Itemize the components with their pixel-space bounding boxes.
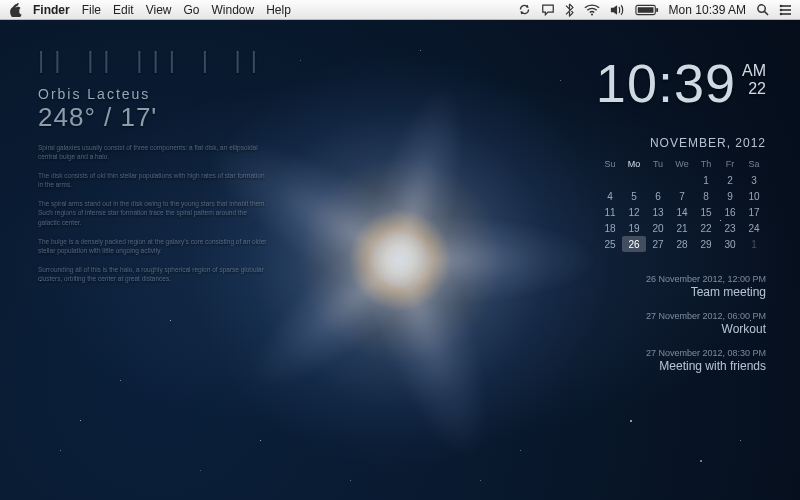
menu-go[interactable]: Go [184,3,200,17]
sync-icon[interactable] [518,3,531,16]
svg-point-11 [780,12,783,15]
calendar-day: 16 [718,204,742,220]
calendar-weekday: Tu [646,156,670,172]
calendar-day: 9 [718,188,742,204]
calendar-grid: SuMoTuWeThFrSa 1234567891011121314151617… [598,156,766,252]
calendar-day: 17 [742,204,766,220]
info-coordinates: 248° / 17' [38,102,268,133]
svg-line-5 [764,11,768,15]
wallpaper-galaxy [220,80,580,440]
calendar-day [670,172,694,188]
calendar-day: 21 [670,220,694,236]
info-paragraph: The disk consists of old thin stellar po… [38,171,268,189]
calendar-weekday: Mo [622,156,646,172]
svg-rect-2 [637,7,653,13]
calendar-widget: NOVEMBER, 2012 SuMoTuWeThFrSa 1234567891… [536,136,766,252]
calendar-day: 12 [622,204,646,220]
calendar-day: 22 [694,220,718,236]
calendar-day: 27 [646,236,670,252]
calendar-day: 25 [598,236,622,252]
calendar-weekday: We [670,156,694,172]
info-widget: || || ||| | || Orbis Lacteus 248° / 17' … [38,46,268,283]
calendar-day: 29 [694,236,718,252]
app-name[interactable]: Finder [33,3,70,17]
event-title: Workout [536,322,766,336]
calendar-day: 18 [598,220,622,236]
spotlight-icon[interactable] [756,3,769,16]
calendar-day: 23 [718,220,742,236]
calendar-weekday: Th [694,156,718,172]
calendar-day: 1 [694,172,718,188]
event-title: Meeting with friends [536,359,766,373]
chat-icon[interactable] [541,3,555,16]
calendar-day: 24 [742,220,766,236]
volume-icon[interactable] [610,4,625,16]
menubar: Finder FileEditViewGoWindowHelp Mon 10:3… [0,0,800,20]
calendar-day: 11 [598,204,622,220]
calendar-weekday: Fr [718,156,742,172]
notification-center-icon[interactable] [779,4,792,16]
event-when: 27 November 2012, 06:00 PM [536,311,766,321]
event-item: 27 November 2012, 06:00 PMWorkout [536,311,766,336]
event-item: 26 November 2012, 12:00 PMTeam meeting [536,274,766,299]
event-item: 27 November 2012, 08:30 PMMeeting with f… [536,348,766,373]
calendar-day [622,172,646,188]
calendar-day: 14 [670,204,694,220]
menu-file[interactable]: File [82,3,101,17]
calendar-day: 30 [718,236,742,252]
calendar-day [598,172,622,188]
info-glyph-row: || || ||| | || [38,46,268,76]
svg-point-10 [780,8,783,11]
clock-seconds: 22 [742,80,766,98]
calendar-day: 1 [742,236,766,252]
wifi-icon[interactable] [584,4,600,16]
battery-icon[interactable] [635,4,659,16]
calendar-day: 8 [694,188,718,204]
calendar-day: 6 [646,188,670,204]
info-paragraph: The spiral arms stand out in the disk ow… [38,199,268,226]
svg-point-9 [780,4,783,7]
menubar-clock[interactable]: Mon 10:39 AM [669,3,746,17]
calendar-weekday: Sa [742,156,766,172]
menu-view[interactable]: View [146,3,172,17]
calendar-day: 20 [646,220,670,236]
calendar-day: 13 [646,204,670,220]
calendar-month: NOVEMBER, 2012 [536,136,766,150]
info-title: Orbis Lacteus [38,86,268,102]
calendar-day: 10 [742,188,766,204]
info-paragraph: The bulge is a densely packed region at … [38,237,268,255]
calendar-day: 26 [622,236,646,252]
event-when: 26 November 2012, 12:00 PM [536,274,766,284]
events-widget: 26 November 2012, 12:00 PMTeam meeting27… [536,274,766,373]
svg-point-0 [591,13,593,15]
menu-window[interactable]: Window [212,3,255,17]
event-when: 27 November 2012, 08:30 PM [536,348,766,358]
calendar-day: 28 [670,236,694,252]
clock-ampm: AM [742,62,766,80]
calendar-day: 3 [742,172,766,188]
menu-help[interactable]: Help [266,3,291,17]
calendar-day: 4 [598,188,622,204]
calendar-day: 19 [622,220,646,236]
info-paragraph: Surrounding all of this is the halo, a r… [38,265,268,283]
calendar-weekday: Su [598,156,622,172]
clock-time: 10:39 [596,56,736,110]
apple-menu[interactable] [10,3,23,17]
info-paragraph: Spiral galaxies usually consist of three… [38,143,268,161]
calendar-day: 15 [694,204,718,220]
clock-widget: 10:39 AM 22 [536,56,766,110]
calendar-day [646,172,670,188]
event-title: Team meeting [536,285,766,299]
svg-rect-3 [656,8,658,12]
desktop[interactable]: || || ||| | || Orbis Lacteus 248° / 17' … [0,20,800,500]
calendar-day: 5 [622,188,646,204]
bluetooth-icon[interactable] [565,3,574,17]
calendar-day: 7 [670,188,694,204]
menu-edit[interactable]: Edit [113,3,134,17]
svg-point-4 [758,5,765,12]
calendar-day: 2 [718,172,742,188]
